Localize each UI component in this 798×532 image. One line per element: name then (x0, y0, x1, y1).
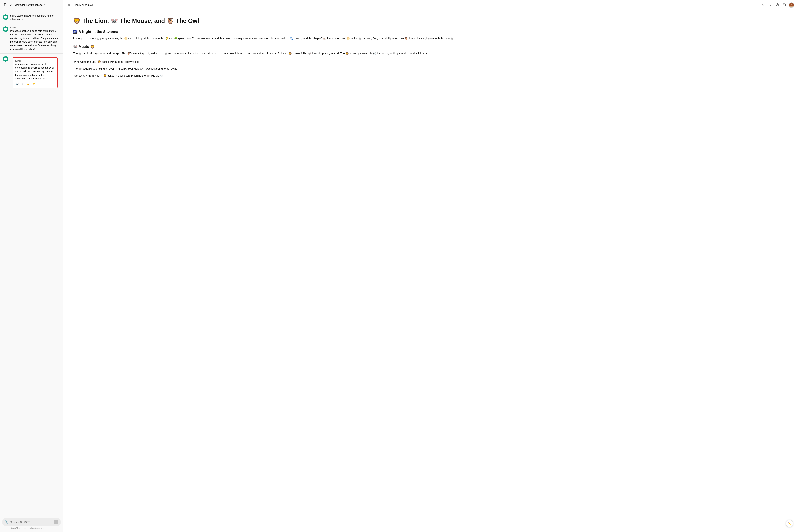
svg-rect-0 (4, 4, 6, 6)
input-area: 📎 ↑ ChatGPT can make mistakes. Check imp… (0, 516, 63, 532)
user-avatar (789, 2, 794, 8)
highlighted-message-wrapper: Edited I've replaced many words with cor… (10, 56, 60, 90)
send-button[interactable]: ↑ (54, 520, 58, 524)
audio-action-button[interactable]: 🔊 (15, 82, 19, 86)
message-text-1: story. Let me know if you need any furth… (10, 14, 60, 21)
assistant-avatar-3 (3, 56, 8, 61)
sidebar-toggle-button[interactable] (3, 3, 7, 7)
left-header: ChatGPT 4o with canvas ∨ (0, 0, 63, 10)
right-panel: × Lion Mouse Owl � (63, 0, 798, 532)
chat-message-3-container: Edited I've replaced many words with cor… (0, 54, 63, 91)
dialogue-3: "Get away? From what?" 🦁 asked, his whis… (73, 74, 785, 78)
message-input-box: 📎 ↑ (2, 518, 61, 526)
close-canvas-button[interactable]: × (67, 2, 71, 8)
history-button[interactable] (775, 2, 780, 8)
message-label-2: Edited (10, 26, 60, 28)
chat-scroll-area[interactable]: story. Let me know if you need any furth… (0, 10, 63, 516)
chat-message-1: story. Let me know if you need any furth… (0, 13, 63, 23)
edit-new-chat-button[interactable] (9, 3, 13, 7)
assistant-avatar-1 (3, 15, 8, 20)
canvas-title: Lion Mouse Owl (74, 4, 758, 7)
app-title: ChatGPT 4o with canvas ∨ (15, 3, 45, 6)
story-title: 🦁 The Lion, 🐭 The Mouse, and 🦉 The Owl (73, 17, 785, 25)
right-header: × Lion Mouse Owl (63, 0, 798, 11)
chat-message-2: Edited I've added section titles to help… (0, 24, 63, 53)
message-content-1: story. Let me know if you need any furth… (10, 14, 60, 21)
back-button[interactable] (761, 2, 766, 8)
forward-button[interactable] (768, 2, 773, 8)
copy-action-button[interactable]: ⧉ (21, 82, 24, 86)
left-panel: ChatGPT 4o with canvas ∨ story. Let me k… (0, 0, 63, 532)
highlighted-message-box: Edited I've replaced many words with cor… (13, 57, 58, 88)
assistant-avatar-2 (3, 26, 8, 32)
thumbsdown-action-button[interactable]: 👎 (32, 82, 36, 86)
thumbsup-action-button[interactable]: 👍 (26, 82, 30, 86)
message-text-3: I've replaced many words with correspond… (15, 63, 55, 81)
canvas-content[interactable]: 🦁 The Lion, 🐭 The Mouse, and 🦉 The Owl 🌌… (63, 11, 798, 532)
attach-button[interactable]: 📎 (5, 520, 8, 524)
section2-paragraph: The 🐭 ran in zigzags to try and escape. … (73, 51, 785, 56)
floating-edit-button[interactable]: ✏️ (786, 520, 793, 527)
section2-heading: 🐭 Meets 🦁 (73, 44, 785, 49)
message-input[interactable] (10, 521, 52, 524)
section1-paragraph: In the quiet of the big, grassy savanna,… (73, 36, 785, 41)
message-label-3: Edited (15, 59, 55, 62)
section1-heading: 🌌 A Night in the Savanna (73, 30, 785, 34)
header-actions (761, 2, 794, 8)
duplicate-button[interactable] (782, 2, 787, 8)
message-content-2: Edited I've added section titles to help… (10, 26, 60, 51)
svg-point-5 (791, 4, 792, 5)
dialogue-1: "Who woke me up?" 🦁 asked with a deep, g… (73, 59, 785, 64)
footer-disclaimer: ChatGPT can make mistakes. Check importa… (2, 526, 61, 531)
dialogue-2: The 🐭 squeaked, shaking all over. "I'm s… (73, 66, 785, 71)
message-text-2: I've added section titles to help struct… (10, 29, 60, 51)
message-actions-3: 🔊 ⧉ 👍 👎 (15, 82, 55, 86)
svg-rect-3 (784, 4, 785, 6)
